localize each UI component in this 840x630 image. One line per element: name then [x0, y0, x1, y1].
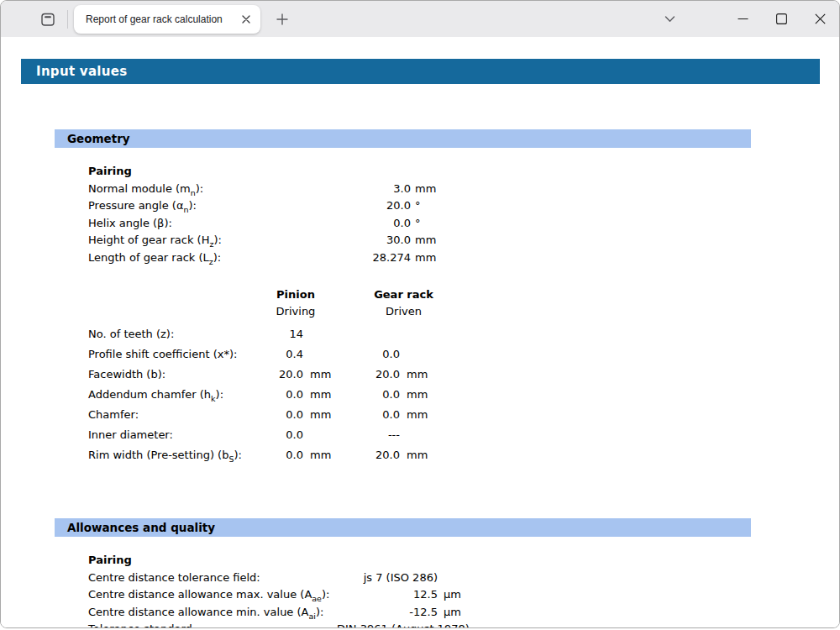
maximize-icon	[776, 13, 787, 24]
gear-rack-value: 0.0	[344, 405, 400, 425]
report-row: Length of gear rack (Lz): 28.274 mm	[88, 249, 839, 267]
gear-rack-unit: mm	[407, 385, 440, 405]
pinion-unit: mm	[310, 405, 344, 425]
row-label: No. of teeth (z):	[88, 324, 236, 344]
pinion-unit	[310, 324, 344, 344]
maximize-button[interactable]	[762, 1, 801, 37]
new-tab-button[interactable]	[270, 7, 295, 32]
row-unit: µm	[444, 586, 461, 604]
report-row: Pressure angle (αn): 20.0 °	[88, 197, 839, 215]
report-row: Centre distance allowance max. value (Aa…	[88, 586, 839, 604]
gear-rack-value	[344, 324, 400, 344]
row-value: 3.0	[337, 181, 411, 198]
plus-icon	[276, 13, 288, 25]
group-heading-pairing: Pairing	[88, 552, 839, 570]
pinion-value: 14	[236, 324, 303, 344]
title-bar: Report of gear rack calculation	[1, 1, 839, 37]
chevron-down-icon	[664, 13, 676, 25]
tab-list-icon	[39, 11, 56, 28]
row-value: 28.274	[337, 249, 411, 267]
gear-rack-unit	[407, 344, 440, 365]
row-unit: µm	[444, 604, 461, 622]
browser-tab[interactable]: Report of gear rack calculation	[74, 5, 260, 34]
row-value: 12.5	[337, 586, 438, 604]
row-unit: °	[415, 197, 421, 215]
titlebar-gap	[686, 18, 723, 19]
gear-rack-unit: mm	[407, 405, 440, 425]
row-label: Helix angle (β):	[88, 215, 337, 233]
app-window: Report of gear rack calculation	[0, 0, 840, 628]
section-header-geometry: Geometry	[55, 129, 751, 148]
pinion-value: 0.4	[236, 344, 303, 365]
row-unit: mm	[415, 232, 436, 249]
row-value: -12.5	[337, 604, 438, 622]
row-label: Centre distance allowance min. value (Aa…	[88, 604, 337, 622]
pinion-value: 0.0	[236, 405, 303, 425]
gear-rack-value: ---	[344, 425, 400, 445]
table-header: Pinion Driving Gear rack Driven	[88, 286, 839, 319]
titlebar-separator	[67, 10, 68, 29]
column-role: Driving	[248, 303, 344, 320]
row-label: Rim width (Pre-setting) (bS):	[88, 445, 236, 465]
pinion-unit	[310, 425, 344, 445]
tab-close-button[interactable]	[239, 12, 254, 27]
pinion-unit: mm	[310, 385, 344, 405]
row-value: 30.0	[337, 232, 411, 249]
gear-rack-value: 20.0	[344, 445, 400, 465]
column-name: Pinion	[248, 286, 344, 303]
row-label: Profile shift coefficient (x*):	[88, 344, 236, 365]
pinion-value: 20.0	[236, 365, 303, 385]
row-label: Facewidth (b):	[88, 365, 236, 385]
report-row: Helix angle (β): 0.0 °	[88, 215, 839, 233]
table-row: Inner diameter: 0.0 ---	[88, 425, 839, 445]
row-label: Length of gear rack (Lz):	[88, 249, 337, 267]
column-name: Gear rack	[360, 286, 447, 303]
close-button[interactable]	[801, 1, 839, 37]
gear-rack-unit: mm	[407, 365, 440, 385]
row-value: DIN 3961 (August 1978)	[337, 621, 438, 628]
report-row: Tolerance standard DIN 3961 (August 1978…	[88, 621, 839, 628]
row-label: Chamfer:	[88, 405, 236, 425]
minimize-button[interactable]	[723, 1, 762, 37]
report-row: Normal module (mn): 3.0 mm	[88, 181, 839, 198]
row-value: js 7 (ISO 286)	[337, 570, 438, 587]
column-header-pinion: Pinion Driving	[236, 286, 344, 319]
report-row: Height of gear rack (Hz): 30.0 mm	[88, 232, 839, 249]
gear-rack-value: 0.0	[344, 344, 400, 365]
report-title: Input values	[36, 64, 128, 79]
row-value: 20.0	[337, 197, 411, 215]
menu-chevron-button[interactable]	[653, 1, 686, 37]
column-header-gear-rack: Gear rack Driven	[344, 286, 447, 319]
table-row: Facewidth (b): 20.0 mm 20.0 mm	[88, 365, 839, 385]
report-row: Centre distance allowance min. value (Aa…	[88, 604, 839, 622]
table-row: No. of teeth (z): 14	[88, 324, 839, 344]
row-label: Pressure angle (αn):	[88, 197, 337, 215]
window-controls	[653, 1, 839, 37]
pinion-unit	[310, 344, 344, 365]
pinion-unit: mm	[310, 365, 344, 385]
section-title: Geometry	[67, 132, 130, 145]
row-unit: mm	[415, 249, 436, 267]
column-role: Driven	[360, 303, 447, 320]
pinion-value: 0.0	[236, 445, 303, 465]
section-title: Allowances and quality	[67, 521, 215, 534]
row-label: Centre distance tolerance field:	[88, 570, 337, 587]
report-content: Input values Geometry Pairing Normal mod…	[1, 59, 839, 628]
table-row: Profile shift coefficient (x*): 0.4 0.0	[88, 344, 839, 365]
pinion-value: 0.0	[236, 385, 303, 405]
row-unit: °	[415, 215, 421, 233]
report-title-bar: Input values	[21, 59, 820, 84]
table-row: Addendum chamfer (hk): 0.0 mm 0.0 mm	[88, 385, 839, 405]
row-value: 0.0	[337, 215, 411, 233]
pinion-unit: mm	[310, 445, 344, 465]
gear-rack-value: 20.0	[344, 365, 400, 385]
row-label: Tolerance standard	[88, 621, 337, 628]
report-row: Centre distance tolerance field: js 7 (I…	[88, 570, 839, 587]
row-label: Addendum chamfer (hk):	[88, 385, 236, 405]
table-row: Chamfer: 0.0 mm 0.0 mm	[88, 405, 839, 425]
row-label: Inner diameter:	[88, 425, 236, 445]
section-header-allowances: Allowances and quality	[55, 518, 751, 537]
row-label: Height of gear rack (Hz):	[88, 232, 337, 249]
row-label: Centre distance allowance max. value (Aa…	[88, 586, 337, 604]
tab-actions-button[interactable]	[34, 6, 61, 33]
